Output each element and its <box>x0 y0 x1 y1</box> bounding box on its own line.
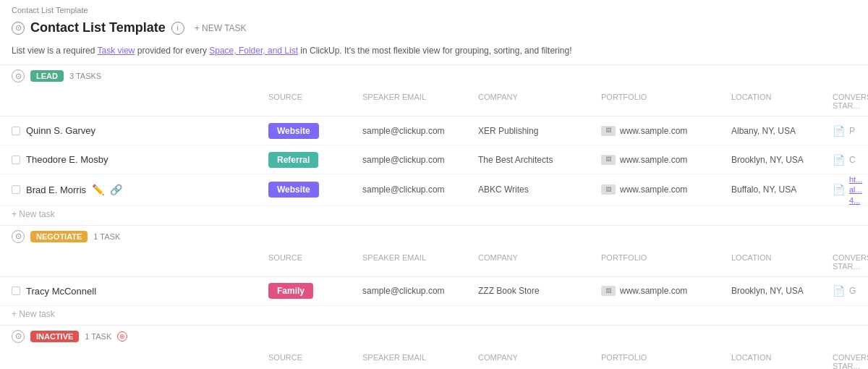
location-cell: Brooklyn, NY, USA <box>731 155 833 165</box>
col-email: SPEAKER EMAIL <box>362 90 478 113</box>
col-headers-negotiate: SOURCE SPEAKER EMAIL COMPANY PORTFOLIO L… <box>0 247 868 277</box>
col-source: SOURCE <box>268 250 362 273</box>
source-cell: Website <box>268 182 362 198</box>
group-collapse-icon[interactable]: ⊙ <box>12 330 25 343</box>
portfolio-cell: 🖼 www.sample.com <box>601 286 731 296</box>
new-task-button[interactable]: + NEW TASK <box>190 22 251 35</box>
collapse-icon[interactable]: ⊙ <box>12 22 25 35</box>
group-badge-lead: LEAD <box>30 70 64 82</box>
location-cell: Brooklyn, NY, USA <box>731 286 833 296</box>
info-icon[interactable]: i <box>171 22 184 35</box>
source-cell: Referral <box>268 152 362 168</box>
col-name <box>12 350 268 369</box>
group-task-count-inactive: 1 TASK <box>85 332 111 341</box>
description-bar: List view is a required Task view provid… <box>0 41 868 64</box>
col-location: LOCATION <box>731 350 833 369</box>
portfolio-url[interactable]: www.sample.com <box>620 155 687 165</box>
company-cell: ZZZ Book Store <box>478 286 601 296</box>
conversation-text: G <box>849 286 856 296</box>
col-portfolio: PORTFOLIO <box>601 250 731 273</box>
col-portfolio: PORTFOLIO <box>601 350 731 369</box>
source-badge[interactable]: Family <box>268 283 313 299</box>
group-header-inactive[interactable]: ⊙ INACTIVE 1 TASK ⊗ <box>0 325 868 347</box>
portfolio-cell: 🖼 www.sample.com <box>601 155 731 165</box>
space-folder-link[interactable]: Space, Folder, and List <box>209 46 298 56</box>
location-cell: Buffalo, NY, USA <box>731 184 833 195</box>
company-cell: XER Publishing <box>478 126 601 136</box>
portfolio-cell: 🖼 www.sample.com <box>601 184 731 195</box>
source-cell: Website <box>268 123 362 139</box>
conversation-text: C <box>849 155 856 165</box>
email-cell: sample@clickup.com <box>362 184 478 195</box>
page-title: Contact List Template <box>30 20 166 35</box>
col-location: LOCATION <box>731 90 833 113</box>
email-cell: sample@clickup.com <box>362 155 478 165</box>
portfolio-thumb: 🖼 <box>601 184 616 195</box>
source-badge[interactable]: Website <box>268 182 319 198</box>
conversation-cell: 📄 C <box>833 154 856 166</box>
table-row: Brad E. Morris ✏️🔗 Website sample@clicku… <box>0 174 868 206</box>
col-headers-inactive: SOURCE SPEAKER EMAIL COMPANY PORTFOLIO L… <box>0 347 868 369</box>
task-name[interactable]: Tracy McConnell <box>26 286 96 297</box>
col-company: COMPANY <box>478 350 601 369</box>
col-email: SPEAKER EMAIL <box>362 250 478 273</box>
task-name[interactable]: Brad E. Morris <box>26 184 86 195</box>
col-conversation: CONVERSATION STAR... <box>833 90 868 113</box>
copy-icon[interactable]: 🔗 <box>110 184 122 195</box>
source-badge[interactable]: Referral <box>268 152 318 168</box>
group-badge-inactive: INACTIVE <box>30 331 79 342</box>
col-email: SPEAKER EMAIL <box>362 350 478 369</box>
portfolio-thumb: 🖼 <box>601 286 616 296</box>
task-checkbox[interactable] <box>12 127 20 135</box>
group-collapse-icon[interactable]: ⊙ <box>12 69 25 82</box>
conversation-icon: 📄 <box>833 184 845 195</box>
col-location: LOCATION <box>731 250 833 273</box>
group-task-count-negotiate: 1 TASK <box>93 232 120 241</box>
col-name <box>12 250 268 273</box>
group-header-negotiate[interactable]: ⊙ NEGOTIATE 1 TASK <box>0 225 868 247</box>
conversation-text: P <box>849 126 855 136</box>
inactive-warning-icon: ⊗ <box>117 331 127 342</box>
breadcrumb: Contact List Template <box>0 0 868 17</box>
conversation-cell: 📄 P <box>833 125 856 137</box>
task-name-cell: Brad E. Morris ✏️🔗 <box>12 184 268 195</box>
col-name <box>12 90 268 113</box>
task-name[interactable]: Quinn S. Garvey <box>26 125 95 136</box>
task-checkbox[interactable] <box>12 185 20 194</box>
portfolio-url[interactable]: www.sample.com <box>620 126 687 136</box>
email-cell: sample@clickup.com <box>362 126 478 136</box>
col-source: SOURCE <box>268 350 362 369</box>
task-name[interactable]: Theodore E. Mosby <box>26 154 108 165</box>
table-row: Theodore E. Mosby Referral sample@clicku… <box>0 145 868 174</box>
conversation-icon: 📄 <box>833 154 845 166</box>
source-badge[interactable]: Website <box>268 123 319 139</box>
new-task-row[interactable]: + New task <box>0 306 868 325</box>
source-cell: Family <box>268 283 362 299</box>
conversation-cell: 📄 ht... al... 4... <box>833 174 862 205</box>
company-cell: The Best Architects <box>478 155 601 165</box>
table-row: Quinn S. Garvey Website sample@clickup.c… <box>0 116 868 145</box>
task-view-link[interactable]: Task view <box>98 46 135 56</box>
group-collapse-icon[interactable]: ⊙ <box>12 230 25 243</box>
portfolio-url[interactable]: www.sample.com <box>620 286 687 296</box>
col-conversation: CONVERSATION STAR... <box>833 350 868 369</box>
conversation-link[interactable]: ht... al... 4... <box>849 174 862 205</box>
portfolio-url[interactable]: www.sample.com <box>620 184 687 195</box>
group-badge-negotiate: NEGOTIATE <box>30 231 88 242</box>
group-header-lead[interactable]: ⊙ LEAD 3 TASKS <box>0 64 868 87</box>
col-conversation: CONVERSATION STAR... <box>833 250 868 273</box>
portfolio-thumb: 🖼 <box>601 155 616 165</box>
company-cell: ABKC Writes <box>478 184 601 195</box>
task-name-cell: Tracy McConnell <box>12 286 268 297</box>
conversation-icon: 📄 <box>833 125 845 137</box>
task-checkbox[interactable] <box>12 287 20 295</box>
portfolio-thumb: 🖼 <box>601 126 616 136</box>
task-checkbox[interactable] <box>12 156 20 164</box>
new-task-row[interactable]: + New task <box>0 206 868 225</box>
task-table: ⊙ LEAD 3 TASKS SOURCE SPEAKER EMAIL COMP… <box>0 64 868 369</box>
edit-icon[interactable]: ✏️ <box>92 184 104 195</box>
conversation-cell: 📄 G <box>833 285 856 297</box>
table-row: Tracy McConnell Family sample@clickup.co… <box>0 277 868 306</box>
col-company: COMPANY <box>478 250 601 273</box>
email-cell: sample@clickup.com <box>362 286 478 296</box>
